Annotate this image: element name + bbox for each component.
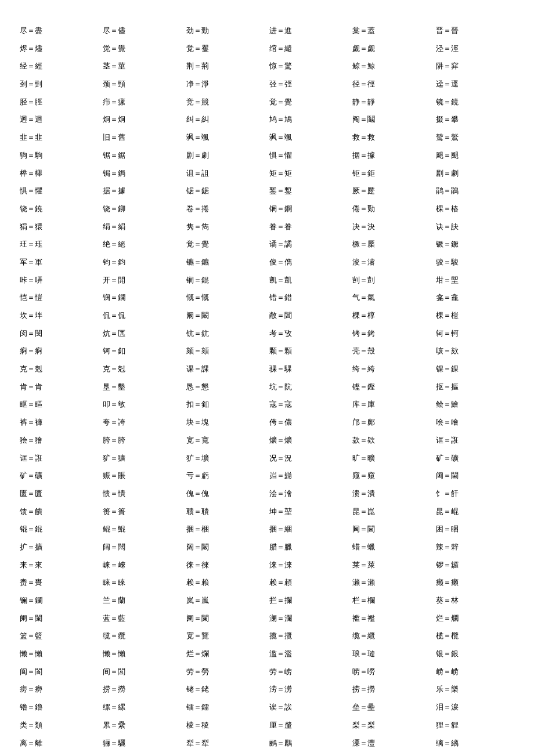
- list-item: 滥＝濫: [267, 646, 350, 662]
- list-item: 绾＝繾: [267, 41, 350, 57]
- list-item: 侃＝侃: [100, 308, 183, 324]
- list-item: 劲＝勁: [184, 23, 267, 39]
- list-item: 犁＝犁: [184, 736, 267, 751]
- list-item: 坤＝堃: [267, 504, 350, 520]
- list-item: 懒＝懶: [100, 646, 183, 662]
- list-item: 窥＝窺: [350, 468, 433, 484]
- list-item: 昆＝崑: [350, 504, 433, 520]
- list-item: 惊＝驚: [267, 59, 350, 74]
- list-item: 寇＝寇: [267, 397, 350, 413]
- list-item: 兰＝蘭: [100, 593, 183, 609]
- list-item: 镭＝鐳: [184, 700, 267, 715]
- list-item: 飓＝颶: [434, 148, 517, 164]
- list-item: 梨＝梨: [350, 718, 433, 733]
- list-item: 坩＝堲: [434, 273, 517, 288]
- list-item: 克＝剋: [17, 361, 100, 377]
- list-item: 胯＝胯: [100, 433, 183, 448]
- list-item: 鸠＝鳩: [267, 112, 350, 128]
- list-item: 岿＝巋: [267, 468, 350, 484]
- list-item: 疖＝瘰: [100, 95, 183, 110]
- list-item: 哙＝噲: [434, 415, 517, 431]
- list-item: 韭＝韭: [17, 130, 100, 146]
- list-item: 懒＝懶: [17, 646, 100, 662]
- list-item: 鲸＝鯨: [350, 59, 433, 74]
- list-item: 肯＝肯: [17, 379, 100, 395]
- list-item: 扩＝擴: [17, 540, 100, 555]
- list-item: 绝＝絕: [100, 237, 183, 252]
- list-item: 棠＝蓋: [350, 23, 433, 39]
- list-item: 骒＝騍: [267, 361, 350, 377]
- list-item: 净＝淨: [184, 77, 267, 92]
- list-item: 慨＝慨: [184, 290, 267, 306]
- list-item: 绢＝絹: [100, 219, 183, 235]
- list-item: 矩＝矩: [267, 166, 350, 182]
- list-item: 赈＝賬: [100, 468, 183, 484]
- list-item: 龛＝龕: [434, 290, 517, 306]
- list-item: 榄＝欖: [434, 628, 517, 644]
- list-item: 块＝塊: [184, 415, 267, 431]
- list-item: 颏＝頦: [184, 343, 267, 359]
- list-item: 铙＝鉚: [100, 201, 183, 217]
- list-item: 镜＝鏡: [434, 95, 517, 110]
- list-item: 壳＝殼: [350, 343, 433, 359]
- list-item: 颗＝顆: [267, 343, 350, 359]
- list-item: 困＝睏: [434, 522, 517, 537]
- list-item: 觉＝矍: [184, 41, 267, 57]
- list-item: 觉＝覺: [100, 41, 183, 57]
- list-item: 尽＝盡: [17, 23, 100, 39]
- list-item: 据＝據: [350, 148, 433, 164]
- list-item: 缡＝縭: [434, 736, 517, 751]
- list-item: 凯＝凱: [267, 273, 350, 288]
- list-item: 劳＝勞: [184, 664, 267, 680]
- list-item: 觉＝覺: [184, 237, 267, 252]
- list-item: 宽＝寬: [184, 433, 267, 448]
- list-item: 库＝庫: [350, 397, 433, 413]
- list-item: 倦＝勚: [350, 201, 433, 217]
- list-item: 阑＝闌: [17, 611, 100, 627]
- list-item: 缆＝纜: [100, 628, 183, 644]
- list-item: 气＝氣: [350, 290, 433, 306]
- list-item: 决＝決: [350, 219, 433, 235]
- list-item: 俊＝儁: [267, 255, 350, 270]
- list-item: 阃＝閫: [434, 468, 517, 484]
- list-item: 抠＝摳: [434, 379, 517, 395]
- list-item: 锔＝鋦: [100, 166, 183, 182]
- list-item: 崃＝崍: [100, 558, 183, 573]
- list-item: 径＝徑: [350, 77, 433, 92]
- list-item: 烂＝爛: [434, 611, 517, 627]
- list-item: 谲＝譎: [267, 237, 350, 252]
- list-item: 侉＝儂: [267, 415, 350, 431]
- list-item: 剧＝劇: [184, 148, 267, 164]
- list-item: 璃＝璦: [184, 753, 267, 756]
- list-item: 觉＝覺: [267, 95, 350, 110]
- list-item: 骊＝驪: [100, 736, 183, 751]
- list-item: 旷＝曠: [350, 451, 433, 466]
- list-item: 锎＝鐦: [100, 290, 183, 306]
- list-item: 骏＝駿: [434, 255, 517, 270]
- list-item: 捆＝綑: [267, 522, 350, 537]
- list-item: 泾＝涇: [434, 41, 517, 57]
- list-item: 垒＝壘: [350, 700, 433, 715]
- list-item: 来＝來: [17, 558, 100, 573]
- list-item: 铐＝銬: [350, 326, 433, 342]
- list-item: 错＝錯: [267, 290, 350, 306]
- list-item: 玨＝珏: [17, 237, 100, 252]
- list-item: 镳＝鑣: [184, 255, 267, 270]
- list-item: 榉＝櫸: [17, 166, 100, 182]
- list-item: 炕＝匟: [100, 326, 183, 342]
- list-item: 镢＝鐝: [434, 237, 517, 252]
- list-item: 坑＝阬: [267, 379, 350, 395]
- list-item: 纠＝糾: [184, 112, 267, 128]
- list-item: 捆＝梱: [184, 522, 267, 537]
- list-item: 锯＝鋸: [100, 148, 183, 164]
- list-item: 阄＝鬮: [350, 112, 433, 128]
- list-item: 阔＝闊: [100, 540, 183, 555]
- list-item: 尽＝儘: [100, 23, 183, 39]
- list-item: 竞＝競: [184, 95, 267, 110]
- list-item: 赖＝頼: [267, 575, 350, 591]
- list-item: 赖＝賴: [184, 575, 267, 591]
- list-item: 愦＝憒: [100, 486, 183, 502]
- list-item: 鹫＝鷲: [434, 130, 517, 146]
- list-item: 课＝課: [184, 361, 267, 377]
- list-item: 隽＝雋: [184, 219, 267, 235]
